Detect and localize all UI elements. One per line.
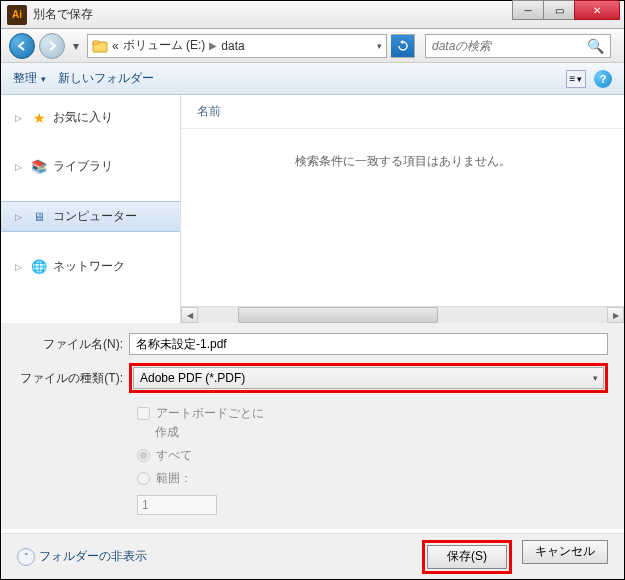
breadcrumb-sep: ▶: [209, 40, 217, 51]
view-options-button[interactable]: ≡: [566, 70, 586, 88]
forward-button[interactable]: [39, 33, 65, 59]
nav-history-dropdown[interactable]: ▾: [69, 37, 83, 55]
sidebar-label: コンピューター: [53, 208, 137, 225]
search-box[interactable]: 🔍: [425, 34, 611, 58]
artboard-checkbox: [137, 407, 150, 420]
back-button[interactable]: [9, 33, 35, 59]
network-icon: 🌐: [31, 259, 47, 275]
sidebar-item-computer[interactable]: ▷ 🖥 コンピューター: [1, 201, 180, 232]
chevron-down-icon: ▾: [593, 373, 598, 383]
expand-icon: ▷: [15, 212, 25, 222]
window-title: 別名で保存: [33, 6, 93, 23]
arrow-left-icon: [16, 40, 28, 52]
breadcrumb-item-1[interactable]: ボリューム (E:): [123, 37, 206, 54]
expand-icon: ▷: [15, 162, 25, 172]
close-button[interactable]: ✕: [574, 0, 620, 20]
form-area: ファイル名(N): ファイルの種類(T): Adobe PDF (*.PDF) …: [1, 323, 624, 529]
titlebar: Ai 別名で保存 ─ ▭ ✕: [1, 1, 624, 29]
cancel-button[interactable]: キャンセル: [522, 540, 608, 564]
filetype-select[interactable]: Adobe PDF (*.PDF) ▾: [133, 367, 604, 389]
save-as-dialog: Ai 別名で保存 ─ ▭ ✕ ▾ « ボリューム (E:) ▶ data ▾ 🔍: [0, 0, 625, 580]
range-radio: [137, 472, 150, 485]
horizontal-scrollbar[interactable]: ◀ ▶: [181, 306, 624, 323]
artboard-label-1: アートボードごとに: [156, 405, 264, 422]
save-button-highlight: 保存(S): [422, 540, 512, 574]
breadcrumb-dropdown[interactable]: ▾: [377, 41, 382, 51]
empty-message: 検索条件に一致する項目はありません。: [181, 129, 624, 194]
sidebar-item-network[interactable]: ▷ 🌐 ネットワーク: [1, 252, 180, 281]
all-radio: [137, 449, 150, 462]
nav-bar: ▾ « ボリューム (E:) ▶ data ▾ 🔍: [1, 29, 624, 63]
save-button[interactable]: 保存(S): [427, 545, 507, 569]
body-area: ▷ ★ お気に入り ▷ 📚 ライブラリ ▷ 🖥 コンピューター ▷ 🌐 ネットワ…: [1, 95, 624, 323]
artboard-label-2: 作成: [155, 424, 179, 441]
organize-button[interactable]: 整理: [13, 70, 46, 87]
sidebar-label: ネットワーク: [53, 258, 125, 275]
filetype-label: ファイルの種類(T):: [17, 370, 129, 387]
breadcrumb-prefix: «: [112, 39, 119, 53]
sidebar-label: お気に入り: [53, 109, 113, 126]
toolbar: 整理 新しいフォルダー ≡ ?: [1, 63, 624, 95]
footer: ˄ フォルダーの非表示 保存(S) キャンセル: [1, 533, 624, 579]
filetype-highlight: Adobe PDF (*.PDF) ▾: [129, 363, 608, 393]
help-button[interactable]: ?: [594, 70, 612, 88]
star-icon: ★: [31, 110, 47, 126]
hide-folders-label: フォルダーの非表示: [39, 548, 147, 565]
sidebar: ▷ ★ お気に入り ▷ 📚 ライブラリ ▷ 🖥 コンピューター ▷ 🌐 ネットワ…: [1, 95, 181, 323]
search-input[interactable]: [432, 39, 587, 53]
scroll-track[interactable]: [198, 307, 607, 323]
range-input: [137, 495, 217, 515]
refresh-button[interactable]: [391, 34, 415, 58]
breadcrumb-item-2[interactable]: data: [221, 39, 244, 53]
app-icon: Ai: [7, 5, 27, 25]
new-folder-button[interactable]: 新しいフォルダー: [58, 70, 154, 87]
scroll-thumb[interactable]: [238, 307, 438, 323]
filetype-value: Adobe PDF (*.PDF): [140, 371, 245, 385]
sidebar-item-libraries[interactable]: ▷ 📚 ライブラリ: [1, 152, 180, 181]
filename-input[interactable]: [129, 333, 608, 355]
hide-folders-toggle[interactable]: ˄ フォルダーの非表示: [17, 548, 147, 566]
expand-icon: ▷: [15, 113, 25, 123]
computer-icon: 🖥: [31, 209, 47, 225]
file-list: 名前 検索条件に一致する項目はありません。 ◀ ▶: [181, 95, 624, 323]
library-icon: 📚: [31, 159, 47, 175]
refresh-icon: [397, 40, 409, 52]
scroll-left-button[interactable]: ◀: [181, 307, 198, 323]
folder-icon: [92, 38, 108, 54]
svg-rect-1: [93, 41, 99, 44]
breadcrumb[interactable]: « ボリューム (E:) ▶ data ▾: [87, 34, 387, 58]
scroll-right-button[interactable]: ▶: [607, 307, 624, 323]
minimize-button[interactable]: ─: [512, 0, 544, 20]
column-header-name[interactable]: 名前: [181, 95, 624, 129]
artboard-options: アートボードごとに 作成 すべて 範囲：: [137, 401, 608, 525]
filename-label: ファイル名(N):: [17, 336, 129, 353]
maximize-button[interactable]: ▭: [543, 0, 575, 20]
range-label: 範囲：: [156, 470, 192, 487]
search-icon[interactable]: 🔍: [587, 38, 604, 54]
expand-icon: ▷: [15, 262, 25, 272]
sidebar-label: ライブラリ: [53, 158, 113, 175]
sidebar-item-favorites[interactable]: ▷ ★ お気に入り: [1, 103, 180, 132]
all-label: すべて: [156, 447, 192, 464]
window-controls: ─ ▭ ✕: [512, 0, 620, 20]
chevron-up-icon: ˄: [17, 548, 35, 566]
arrow-right-icon: [46, 40, 58, 52]
